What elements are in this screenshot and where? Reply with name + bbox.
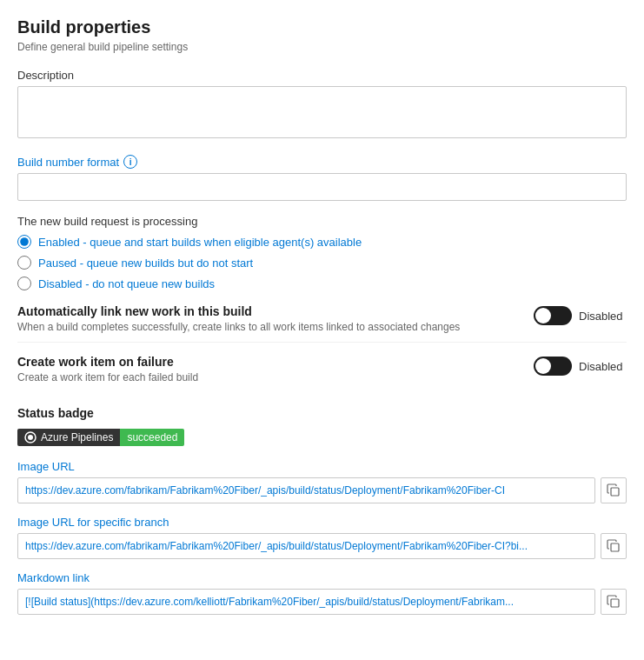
page-header: Build properties Define general build pi…	[17, 17, 627, 53]
page-title: Build properties	[17, 17, 627, 37]
image-url-copy-button[interactable]	[601, 477, 627, 503]
toggle-0-status: Disabled	[579, 310, 627, 323]
badge-preview: Azure Pipelines succeeded	[17, 429, 184, 446]
markdown-link-copy-button[interactable]	[601, 589, 627, 615]
radio-group: Enabled - queue and start builds when el…	[17, 235, 627, 290]
toggle-0-slider	[534, 306, 572, 325]
copy-icon-2	[607, 539, 621, 553]
image-url-section: Image URL	[17, 460, 627, 503]
branch-url-label: Image URL for specific branch	[17, 516, 627, 529]
badge-left: Azure Pipelines	[17, 429, 120, 446]
svg-rect-3	[611, 543, 619, 551]
page-container: Build properties Define general build pi…	[17, 17, 627, 615]
page-subtitle: Define general build pipeline settings	[17, 41, 627, 53]
svg-point-1	[28, 435, 33, 440]
radio-enabled-input[interactable]	[17, 235, 31, 249]
build-number-label: Build number format i	[17, 155, 627, 169]
svg-rect-4	[611, 599, 619, 607]
status-badge-section: Status badge Azure Pipelines succeeded I…	[17, 406, 627, 615]
markdown-link-section: Markdown link	[17, 571, 627, 615]
branch-url-section: Image URL for specific branch	[17, 516, 627, 559]
description-label: Description	[17, 69, 627, 82]
radio-enabled-label[interactable]: Enabled - queue and start builds when el…	[38, 236, 362, 249]
toggle-0-subtitle: When a build completes successfully, cre…	[17, 321, 516, 333]
branch-url-input[interactable]	[17, 533, 595, 559]
toggle-row-0: Automatically link new work in this buil…	[17, 304, 627, 343]
radio-paused-label[interactable]: Paused - queue new builds but do not sta…	[38, 257, 253, 270]
markdown-link-input[interactable]	[17, 589, 595, 615]
markdown-link-label: Markdown link	[17, 571, 627, 584]
radio-disabled-label[interactable]: Disabled - do not queue new builds	[38, 277, 215, 290]
toggle-1-title: Create work item on failure	[17, 355, 516, 369]
radio-enabled: Enabled - queue and start builds when el…	[17, 235, 627, 249]
status-badge-title: Status badge	[17, 406, 627, 420]
toggle-0-switch[interactable]	[534, 306, 572, 325]
build-number-info-icon[interactable]: i	[123, 155, 137, 169]
toggle-1-slider	[534, 357, 572, 376]
image-url-label: Image URL	[17, 460, 627, 473]
pipeline-icon	[24, 431, 37, 443]
branch-url-copy-button[interactable]	[601, 533, 627, 559]
toggle-row-1: Create work item on failure Create a wor…	[17, 355, 627, 392]
toggles-section: Automatically link new work in this buil…	[17, 304, 627, 392]
radio-paused: Paused - queue new builds but do not sta…	[17, 256, 627, 270]
toggle-1-status: Disabled	[579, 360, 627, 373]
radio-disabled: Disabled - do not queue new builds	[17, 277, 627, 290]
build-number-input[interactable]	[17, 173, 627, 201]
svg-rect-2	[611, 488, 619, 496]
radio-paused-input[interactable]	[17, 256, 31, 270]
toggle-1-switch[interactable]	[534, 357, 572, 376]
badge-right: succeeded	[120, 429, 184, 446]
radio-disabled-input[interactable]	[17, 277, 31, 290]
image-url-input[interactable]	[17, 477, 595, 503]
queue-status-section: The new build request is processing Enab…	[17, 215, 627, 290]
copy-icon-3	[607, 595, 621, 609]
description-section: Description	[17, 69, 627, 141]
toggle-1-subtitle: Create a work item for each failed build	[17, 371, 516, 383]
queue-status-info: The new build request is processing	[17, 215, 627, 228]
copy-icon	[607, 483, 621, 497]
toggle-0-title: Automatically link new work in this buil…	[17, 304, 516, 318]
description-input[interactable]	[17, 86, 627, 138]
build-number-section: Build number format i	[17, 155, 627, 201]
